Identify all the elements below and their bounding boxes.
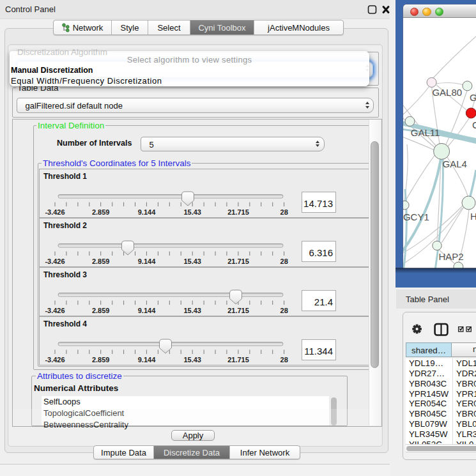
svg-text:C: C bbox=[472, 119, 476, 130]
svg-text:2.859: 2.859 bbox=[92, 307, 110, 314]
svg-text:-3.426: -3.426 bbox=[45, 307, 65, 314]
svg-text:28: 28 bbox=[280, 356, 288, 364]
svg-text:28: 28 bbox=[280, 257, 288, 265]
svg-text:-3.426: -3.426 bbox=[45, 208, 65, 216]
svg-text:2.859: 2.859 bbox=[92, 257, 110, 265]
svg-text:9.144: 9.144 bbox=[138, 307, 156, 314]
svg-text:GA: GA bbox=[470, 92, 476, 103]
svg-text:9.144: 9.144 bbox=[138, 257, 156, 265]
svg-text:21.715: 21.715 bbox=[227, 356, 249, 364]
svg-text:GAL80: GAL80 bbox=[432, 87, 462, 98]
svg-text:15.43: 15.43 bbox=[183, 356, 201, 364]
svg-text:15.43: 15.43 bbox=[183, 208, 201, 216]
svg-text:21.715: 21.715 bbox=[227, 307, 249, 314]
svg-text:9.144: 9.144 bbox=[138, 208, 156, 216]
svg-text:28: 28 bbox=[280, 307, 288, 314]
svg-text:GAL11: GAL11 bbox=[411, 127, 440, 138]
svg-text:2.859: 2.859 bbox=[92, 208, 110, 216]
svg-text:15.43: 15.43 bbox=[183, 307, 201, 314]
svg-text:H: H bbox=[470, 211, 476, 222]
svg-text:HAP2: HAP2 bbox=[438, 251, 463, 262]
svg-text:GAL4: GAL4 bbox=[443, 158, 467, 169]
svg-text:21.715: 21.715 bbox=[227, 257, 249, 265]
svg-text:28: 28 bbox=[280, 208, 288, 216]
svg-text:15.43: 15.43 bbox=[183, 257, 201, 265]
svg-text:2.859: 2.859 bbox=[92, 356, 110, 364]
svg-text:GCY1: GCY1 bbox=[403, 211, 429, 222]
svg-text:-3.426: -3.426 bbox=[45, 356, 65, 364]
svg-text:-3.426: -3.426 bbox=[45, 257, 65, 265]
svg-text:21.715: 21.715 bbox=[227, 208, 249, 216]
svg-text:9.144: 9.144 bbox=[138, 356, 156, 364]
